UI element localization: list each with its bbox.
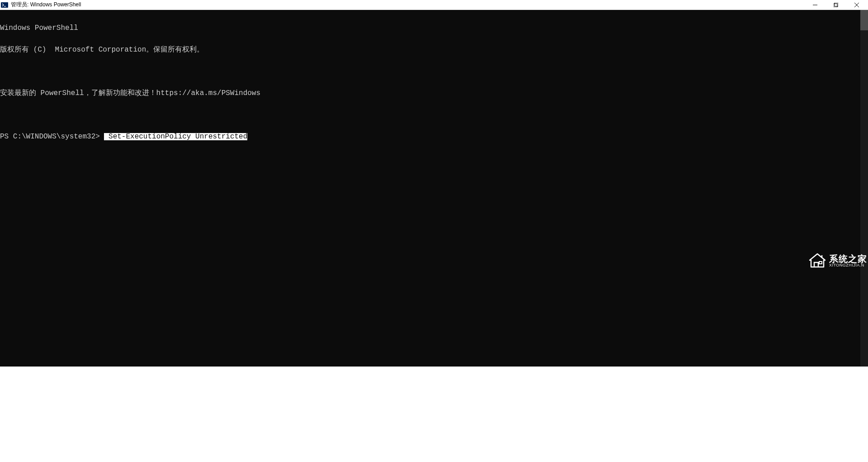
house-icon	[808, 252, 826, 269]
terminal-line	[0, 111, 868, 119]
svg-rect-7	[819, 262, 822, 264]
below-window-area	[0, 367, 868, 462]
watermark: 系统之家 XITONGZHIJIA.N	[805, 251, 868, 271]
titlebar[interactable]: 管理员: Windows PowerShell	[0, 0, 868, 10]
prompt: PS C:\WINDOWS\system32>	[0, 133, 104, 140]
watermark-text: 系统之家 XITONGZHIJIA.N	[829, 254, 867, 267]
terminal-line: 版权所有 (C) Microsoft Corporation。保留所有权利。	[0, 46, 868, 53]
window-controls	[805, 0, 867, 10]
watermark-subtitle: XITONGZHIJIA.N	[829, 263, 867, 267]
svg-rect-0	[1, 2, 8, 8]
prompt-line: PS C:\WINDOWS\system32> Set-ExecutionPol…	[0, 133, 868, 140]
powershell-icon	[1, 1, 8, 9]
svg-rect-4	[835, 3, 838, 6]
minimize-button[interactable]	[805, 0, 826, 10]
watermark-title: 系统之家	[829, 254, 867, 263]
scrollbar-track[interactable]	[860, 10, 868, 367]
scrollbar-thumb[interactable]	[860, 10, 868, 30]
selected-command[interactable]: Set-ExecutionPolicy Unrestricted	[104, 133, 247, 140]
svg-rect-3	[834, 4, 837, 7]
terminal-line: Windows PowerShell	[0, 24, 868, 32]
terminal-body[interactable]: Windows PowerShell 版权所有 (C) Microsoft Co…	[0, 10, 868, 367]
maximize-button[interactable]	[826, 0, 846, 10]
terminal-line: 安装最新的 PowerShell，了解新功能和改进！https://aka.ms…	[0, 90, 868, 97]
powershell-window: 管理员: Windows PowerShell Windows PowerShe…	[0, 0, 868, 367]
close-button[interactable]	[846, 0, 867, 10]
terminal-line	[0, 68, 868, 75]
terminal-content: Windows PowerShell 版权所有 (C) Microsoft Co…	[0, 10, 868, 155]
window-title: 管理员: Windows PowerShell	[11, 1, 805, 9]
